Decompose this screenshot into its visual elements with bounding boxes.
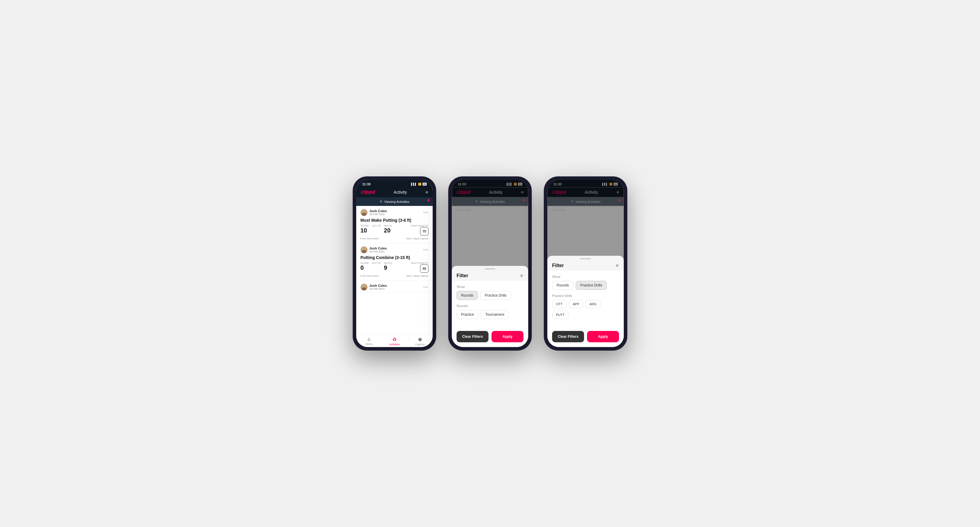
time-1: 11:33 — [362, 183, 371, 186]
score-value-2: 0 — [360, 264, 364, 271]
score-label-2: Score — [360, 262, 369, 264]
filter-sheet-2: Filter ✕ Show Rounds Practice Drills Rou… — [452, 266, 528, 347]
app-btn-3[interactable]: APP — [569, 300, 583, 308]
tab-capture-label-1: Capture — [415, 343, 425, 346]
shots-label-1: Shots — [384, 224, 392, 227]
data-label-2: Data: Clippd Capture — [406, 275, 428, 277]
more-dots-3[interactable]: ••• — [423, 285, 428, 289]
card-title-1: Must Make Putting (3-6 ft) — [360, 218, 428, 222]
user-info-3: Josh Coles 28 Feb 2023 — [360, 284, 387, 290]
card-header-1: Josh Coles 28 Feb 2023 ••• — [360, 209, 428, 216]
app-header-1: clippd Activity ≡ — [356, 187, 433, 197]
ott-btn-3[interactable]: OTT — [552, 300, 566, 308]
tab-activities-1[interactable]: ♻ Activities — [382, 337, 407, 346]
rounds-label-2: Rounds — [457, 304, 523, 308]
logo-1: clippd — [361, 189, 375, 195]
show-drills-btn-2[interactable]: Practice Drills — [480, 291, 511, 300]
user-date-3: 28 Feb 2023 — [369, 287, 387, 290]
card-header-2: Josh Coles 28 Feb 2023 ••• — [360, 246, 428, 253]
card-footer-2: ℹ Test Information Data: Clippd Capture — [360, 275, 428, 277]
phone-1: 11:33 ▌▌▌ 📶 31 clippd Activity ≡ ⚙ Viewi… — [353, 176, 436, 351]
viewing-bar-1[interactable]: ⚙ Viewing Activities — [356, 197, 433, 206]
show-label-3: Show — [552, 275, 619, 278]
show-rounds-btn-3[interactable]: Rounds — [552, 281, 573, 290]
status-icons-1: ▌▌▌ 📶 31 — [411, 183, 427, 186]
viewing-bar-text-1: Viewing Activities — [384, 200, 409, 203]
card-header-3: Josh Coles 28 Feb 2023 ••• — [360, 284, 428, 290]
show-rounds-btn-2[interactable]: Rounds — [457, 291, 478, 300]
user-name-2: Josh Coles — [369, 246, 387, 250]
filter-sheet-3: Filter ✕ Show Rounds Practice Drills Pra… — [547, 256, 624, 347]
show-label-2: Show — [457, 285, 523, 289]
sheet-body-3: Show Rounds Practice Drills Practice Dri… — [547, 271, 624, 327]
quality-label-1: Shot Quality — [411, 224, 428, 227]
sheet-footer-3: Clear Filters Apply — [547, 327, 624, 347]
stats-row-2: Score 0 OUT OF Shots 9 Shot Quality 45 — [360, 262, 428, 273]
show-drills-btn-3[interactable]: Practice Drills — [576, 281, 606, 290]
notch — [381, 180, 408, 187]
card-title-2: Putting Combine (3-15 ft) — [360, 255, 428, 260]
menu-icon-1[interactable]: ≡ — [425, 190, 428, 195]
tab-activities-label-1: Activities — [389, 343, 400, 346]
sheet-body-2: Show Rounds Practice Drills Rounds Pract… — [452, 281, 528, 327]
sheet-header-2: Filter ✕ — [452, 271, 528, 281]
activity-card-2: Josh Coles 28 Feb 2023 ••• Putting Combi… — [356, 243, 433, 281]
info-label-1: ℹ Test Information — [360, 237, 379, 240]
filter-title-2: Filter — [457, 273, 468, 278]
filter-icon-1: ⚙ — [380, 200, 382, 203]
score-value-1: 10 — [360, 227, 367, 234]
putt-btn-3[interactable]: PUTT — [552, 311, 568, 319]
filter-title-3: Filter — [552, 263, 564, 268]
user-date-1: 28 Feb 2023 — [369, 213, 387, 216]
clear-filters-btn-2[interactable]: Clear Filters — [457, 331, 488, 342]
show-buttons-3: Rounds Practice Drills — [552, 281, 619, 290]
activity-scroll-1[interactable]: Josh Coles 28 Feb 2023 ••• Must Make Put… — [356, 206, 433, 347]
activity-card-3: Josh Coles 28 Feb 2023 ••• — [356, 281, 433, 292]
sheet-handle-3 — [580, 258, 591, 259]
notification-dot-1 — [427, 199, 430, 202]
shots-value-2: 9 — [384, 264, 387, 271]
home-icon: ⌂ — [368, 337, 371, 342]
stats-row-1: Score 10 OUT OF Shots 20 Shot Quality 75 — [360, 224, 428, 235]
card-footer-1: ℹ Test Information Data: Clippd Capture — [360, 237, 428, 240]
quality-label-2: Shot Quality — [411, 262, 428, 264]
avatar-2 — [360, 246, 368, 253]
phone-3: 11:33 ▌▌▌ 📶 31 clippd Activity ≡ ⚙ Viewi… — [544, 176, 627, 351]
user-info-1: Josh Coles 28 Feb 2023 — [360, 209, 387, 216]
sheet-handle-2 — [485, 268, 495, 270]
tab-home-1[interactable]: ⌂ Home — [356, 337, 382, 346]
filter-modal-2: Filter ✕ Show Rounds Practice Drills Rou… — [452, 180, 528, 347]
drills-label-3: Practice Drills — [552, 294, 619, 297]
user-name-1: Josh Coles — [369, 209, 387, 213]
signal-icon: ▌▌▌ — [411, 183, 417, 186]
more-dots-2[interactable]: ••• — [423, 248, 428, 252]
round-buttons-2: Practice Tournament — [457, 310, 523, 319]
sheet-footer-2: Clear Filters Apply — [452, 327, 528, 347]
show-buttons-2: Rounds Practice Drills — [457, 291, 523, 300]
phone-2: 11:33 ▌▌▌ 📶 31 clippd Activity ≡ ⚙ Viewi… — [448, 176, 532, 351]
apply-btn-3[interactable]: Apply — [587, 331, 619, 342]
score-label-1: Score — [360, 224, 369, 227]
quality-badge-2: 45 — [420, 264, 428, 273]
tournament-btn-2[interactable]: Tournament — [481, 310, 509, 319]
quality-badge-1: 75 — [420, 227, 428, 235]
user-date-2: 28 Feb 2023 — [369, 250, 387, 253]
wifi-icon: 📶 — [418, 183, 421, 186]
tab-capture-1[interactable]: ⊕ Capture — [407, 337, 433, 346]
status-bar-1: 11:33 ▌▌▌ 📶 31 — [356, 180, 433, 187]
close-filter-2[interactable]: ✕ — [520, 273, 523, 278]
user-info-2: Josh Coles 28 Feb 2023 — [360, 246, 387, 253]
shots-label-2: Shots — [384, 262, 392, 264]
avatar-1 — [360, 209, 368, 216]
activity-card-1: Josh Coles 28 Feb 2023 ••• Must Make Put… — [356, 206, 433, 243]
sheet-header-3: Filter ✕ — [547, 260, 624, 271]
capture-icon: ⊕ — [418, 337, 422, 342]
arg-btn-3[interactable]: ARG — [585, 300, 600, 308]
filter-modal-3: Filter ✕ Show Rounds Practice Drills Pra… — [547, 180, 624, 347]
practice-round-btn-2[interactable]: Practice — [457, 310, 478, 319]
apply-btn-2[interactable]: Apply — [492, 331, 523, 342]
clear-filters-btn-3[interactable]: Clear Filters — [552, 331, 584, 342]
more-dots-1[interactable]: ••• — [423, 210, 428, 215]
close-filter-3[interactable]: ✕ — [616, 263, 619, 268]
data-label-1: Data: Clippd Capture — [406, 237, 428, 240]
